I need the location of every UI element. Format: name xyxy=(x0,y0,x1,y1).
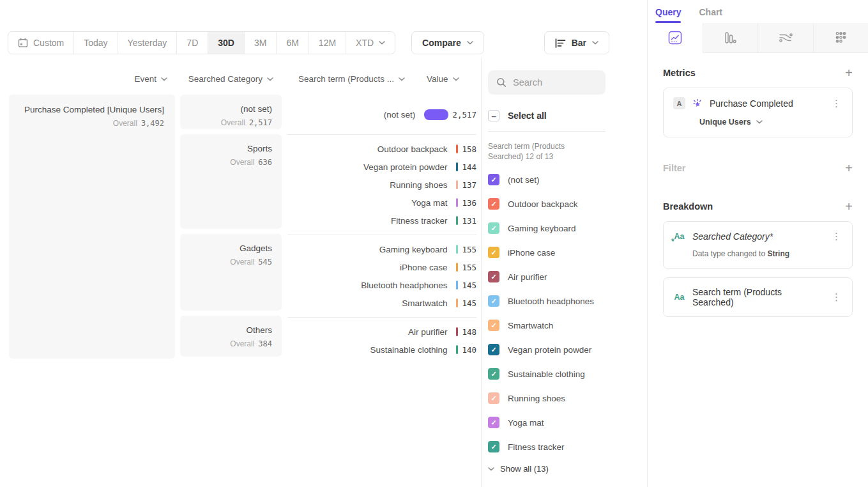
tab-query[interactable]: Query xyxy=(655,7,681,23)
chevron-down-icon xyxy=(592,41,598,45)
term-row[interactable]: Sustainable clothing140 xyxy=(287,341,476,359)
calendar-icon xyxy=(18,38,28,48)
breakdown-menu-icon[interactable]: ⋮ xyxy=(830,291,842,303)
term-row[interactable]: Air purifier148 xyxy=(287,323,476,341)
event-cell[interactable]: Purchase Completed [Unique Users] Overal… xyxy=(9,95,175,359)
chevron-down-icon xyxy=(488,467,494,471)
term-row[interactable]: Gaming keyboard155 xyxy=(287,240,476,258)
term-row[interactable]: Vegan protein powder144 xyxy=(287,158,476,176)
date-range-xtd[interactable]: XTD xyxy=(346,32,395,54)
filter-title: Filter xyxy=(663,163,685,173)
term-label: (not set) xyxy=(287,110,424,120)
date-range-custom[interactable]: Custom xyxy=(8,32,73,54)
chart-type-tab-bar-chart[interactable] xyxy=(703,23,758,53)
term-row[interactable]: Running shoes137 xyxy=(287,176,476,194)
checkbox-checked[interactable]: ✓ xyxy=(488,320,499,331)
date-range-today[interactable]: Today xyxy=(73,32,117,54)
term-row[interactable]: Fitness tracker131 xyxy=(287,212,476,229)
checkbox-checked[interactable]: ✓ xyxy=(488,441,499,452)
series-checkbox-row[interactable]: ✓Air purifier xyxy=(488,265,647,289)
tab-chart[interactable]: Chart xyxy=(699,7,722,23)
checkbox-checked[interactable]: ✓ xyxy=(488,392,499,404)
select-all-row[interactable]: – Select all xyxy=(488,110,647,121)
category-cell[interactable]: SportsOverall636 xyxy=(180,134,282,229)
add-breakdown-button[interactable]: + xyxy=(845,200,853,213)
checkbox-checked[interactable]: ✓ xyxy=(488,344,499,355)
series-label: Yoga mat xyxy=(508,418,544,428)
series-checkbox-row[interactable]: ✓Gaming keyboard xyxy=(488,216,647,240)
show-all-button[interactable]: Show all (13) xyxy=(488,464,647,474)
series-checkbox-row[interactable]: ✓Outdoor backpack xyxy=(488,192,647,216)
date-range-7d[interactable]: 7D xyxy=(176,32,208,54)
category-cell[interactable]: GadgetsOverall545 xyxy=(180,234,282,311)
aggregation-dropdown[interactable]: Unique Users xyxy=(699,118,842,127)
value-text: 155 xyxy=(462,245,476,254)
column-header-event[interactable]: Event xyxy=(9,74,167,84)
series-checkbox-row[interactable]: ✓iPhone case xyxy=(488,240,647,265)
breakdown-menu-icon[interactable]: ⋮ xyxy=(830,231,842,242)
compare-button[interactable]: Compare xyxy=(411,31,484,54)
checkbox-checked[interactable]: ✓ xyxy=(488,295,499,307)
date-range-yesterday[interactable]: Yesterday xyxy=(118,32,177,54)
column-header-searched-category[interactable]: Searched Category xyxy=(180,74,273,84)
add-filter-button[interactable]: + xyxy=(845,162,853,174)
select-all-checkbox[interactable]: – xyxy=(488,110,499,121)
series-checkbox-row[interactable]: ✓Fitness tracker xyxy=(488,435,647,459)
checkbox-checked[interactable]: ✓ xyxy=(488,198,499,210)
search-input[interactable] xyxy=(513,77,596,88)
chevron-down-icon xyxy=(399,77,405,81)
value-text: 144 xyxy=(462,162,476,172)
series-checkbox-row[interactable]: ✓Bluetooth headphones xyxy=(488,289,647,313)
series-checkbox-row[interactable]: ✓(not set) xyxy=(488,167,647,192)
value-text: 131 xyxy=(462,216,476,226)
term-row[interactable]: Bluetooth headphones145 xyxy=(287,276,476,294)
date-range-12m[interactable]: 12M xyxy=(308,32,346,54)
term-row[interactable]: Smartwatch145 xyxy=(287,294,476,312)
series-checkbox-row[interactable]: ✓Vegan protein powder xyxy=(488,337,647,362)
add-metric-button[interactable]: + xyxy=(845,66,853,79)
category-cell[interactable]: OthersOverall384 xyxy=(180,316,282,357)
series-label: Smartwatch xyxy=(508,321,553,330)
search-box[interactable] xyxy=(488,70,605,95)
checkbox-checked[interactable]: ✓ xyxy=(488,368,499,380)
value-bar xyxy=(424,109,448,120)
column-header-search-term[interactable]: Search term (Products ... xyxy=(287,74,405,84)
date-range-3m[interactable]: 3M xyxy=(244,32,276,54)
category-cell[interactable]: (not set)Overall2,517 xyxy=(180,95,282,129)
checkbox-checked[interactable]: ✓ xyxy=(488,247,499,258)
chart-type-tab-scatter[interactable] xyxy=(813,23,868,53)
series-checkbox-row[interactable]: ✓Sustainable clothing xyxy=(488,362,647,386)
term-row[interactable]: iPhone case155 xyxy=(287,258,476,276)
checkbox-checked[interactable]: ✓ xyxy=(488,174,499,185)
value-text: 140 xyxy=(462,345,476,355)
event-overall: Overall3,492 xyxy=(20,119,164,128)
breakdown-name: Search term (Products Searched) xyxy=(692,287,823,307)
checkbox-checked[interactable]: ✓ xyxy=(488,222,499,234)
value-bar xyxy=(456,263,458,272)
metric-menu-icon[interactable]: ⋮ xyxy=(830,98,842,109)
chart-type-tab-flows[interactable] xyxy=(758,23,813,53)
chart-type-dropdown[interactable]: Bar xyxy=(544,31,609,54)
chart-type-tabs xyxy=(648,23,868,53)
series-checkbox-row[interactable]: ✓Smartwatch xyxy=(488,313,647,337)
line-chart-icon xyxy=(668,31,682,45)
breakdown-card[interactable]: Aa Searched Category* ⋮ Data type change… xyxy=(663,221,853,269)
date-range-30d[interactable]: 30D xyxy=(208,32,244,54)
value-text: 137 xyxy=(462,180,476,190)
breakdown-card[interactable]: Aa Search term (Products Searched) ⋮ xyxy=(663,277,853,317)
series-label: Sustainable clothing xyxy=(508,369,585,379)
value-bar xyxy=(456,162,458,171)
breakdown-title: Breakdown xyxy=(663,201,713,212)
series-checkbox-row[interactable]: ✓Running shoes xyxy=(488,386,647,410)
term-row[interactable]: (not set)2,517 xyxy=(287,100,476,129)
term-row[interactable]: Outdoor backpack158 xyxy=(287,140,476,158)
checkbox-checked[interactable]: ✓ xyxy=(488,417,499,428)
series-checkbox-row[interactable]: ✓Yoga mat xyxy=(488,410,647,435)
checkbox-checked[interactable]: ✓ xyxy=(488,271,499,282)
column-header-value[interactable]: Value xyxy=(427,74,459,84)
metric-card[interactable]: A Purchase Completed ⋮ Unique Users xyxy=(663,88,853,137)
value-text: 145 xyxy=(462,298,476,308)
term-row[interactable]: Yoga mat136 xyxy=(287,194,476,212)
chart-type-tab-line-chart[interactable] xyxy=(648,23,703,53)
date-range-6m[interactable]: 6M xyxy=(276,32,308,54)
